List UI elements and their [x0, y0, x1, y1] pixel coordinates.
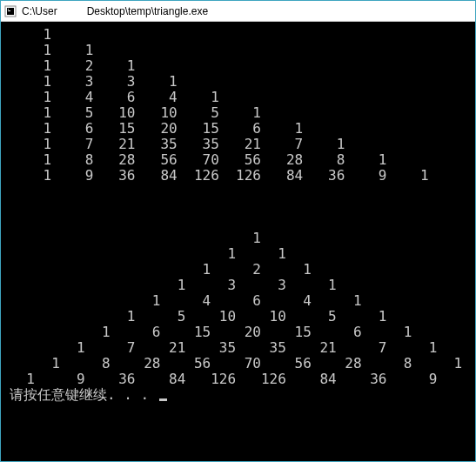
console-window: C:\UserDesktop\temp\triangle.exe 1 1 1 1… — [0, 0, 476, 462]
console-text: 1 1 1 1 2 1 1 3 3 1 1 4 6 4 1 1 5 10 10 … — [10, 26, 475, 387]
app-icon — [4, 5, 17, 17]
console-output[interactable]: 1 1 1 1 2 1 1 3 3 1 1 4 6 4 1 1 5 10 10 … — [1, 22, 475, 461]
prompt-line: 请按任意键继续. . . — [10, 386, 167, 403]
titlebar[interactable]: C:\UserDesktop\temp\triangle.exe — [1, 1, 475, 22]
cursor — [159, 398, 167, 401]
svg-rect-2 — [8, 9, 9, 10]
redacted-segment — [57, 6, 87, 17]
svg-rect-3 — [8, 10, 10, 11]
window-title: C:\UserDesktop\temp\triangle.exe — [22, 5, 208, 17]
